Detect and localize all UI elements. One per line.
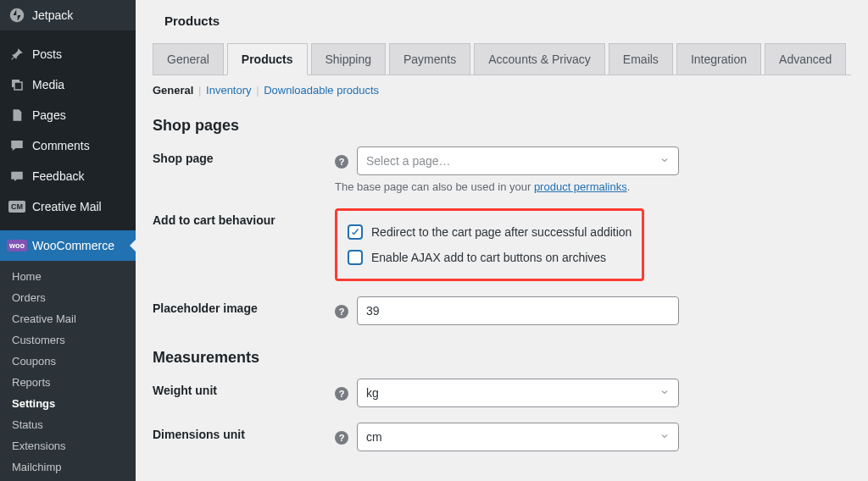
sidebar-item-label: Comments: [32, 139, 90, 152]
sidebar-item-label: Feedback: [32, 169, 84, 183]
add-to-cart-highlight: Redirect to the cart page after successf…: [335, 208, 644, 281]
main-content: Products General Products Shipping Payme…: [136, 0, 868, 481]
sidebar-item-pages[interactable]: Pages: [0, 100, 136, 130]
feedback-icon: [8, 168, 25, 185]
sidebar-item-label: Media: [32, 78, 64, 91]
sidebar-item-media[interactable]: Media: [0, 69, 136, 100]
add-to-cart-label: Add to cart behaviour: [153, 208, 335, 227]
sidebar-item-creative-mail[interactable]: CM Creative Mail: [0, 191, 136, 222]
shop-page-select[interactable]: Select a page…: [357, 147, 679, 175]
chevron-down-icon: [659, 386, 670, 400]
media-icon: [8, 76, 25, 93]
submenu-reports[interactable]: Reports: [0, 372, 136, 393]
tab-advanced[interactable]: Advanced: [765, 43, 846, 75]
submenu-creative-mail[interactable]: Creative Mail: [0, 308, 136, 329]
subtab-downloadable[interactable]: Downloadable products: [264, 84, 379, 97]
section-measurements: Measurements: [153, 349, 851, 367]
tab-products[interactable]: Products: [227, 43, 308, 75]
settings-tabs: General Products Shipping Payments Accou…: [153, 43, 851, 75]
redirect-checkbox[interactable]: [348, 224, 363, 240]
woocommerce-icon: woo: [8, 237, 25, 254]
redirect-label: Redirect to the cart page after successf…: [371, 225, 632, 239]
tab-emails[interactable]: Emails: [609, 43, 673, 75]
chevron-down-icon: [659, 154, 670, 168]
subtab-general[interactable]: General: [153, 84, 193, 97]
product-permalinks-link[interactable]: product permalinks: [534, 180, 627, 193]
products-subtabs: General | Inventory | Downloadable produ…: [153, 75, 851, 112]
help-icon[interactable]: ?: [335, 155, 348, 169]
pin-icon: [8, 46, 25, 63]
help-icon[interactable]: ?: [335, 387, 348, 401]
submenu-settings[interactable]: Settings: [0, 393, 136, 414]
sidebar-item-label: Posts: [32, 47, 62, 61]
submenu-coupons[interactable]: Coupons: [0, 351, 136, 372]
comment-icon: [8, 137, 25, 154]
help-icon[interactable]: ?: [335, 305, 348, 318]
placeholder-image-label: Placeholder image: [153, 296, 335, 315]
tab-integration[interactable]: Integration: [676, 43, 761, 75]
subtab-inventory[interactable]: Inventory: [206, 84, 251, 97]
sidebar-item-posts[interactable]: Posts: [0, 39, 136, 69]
submenu-orders[interactable]: Orders: [0, 287, 136, 308]
ajax-label: Enable AJAX add to cart buttons on archi…: [371, 251, 606, 264]
pages-icon: [8, 107, 25, 124]
submenu-customers[interactable]: Customers: [0, 329, 136, 351]
ajax-checkbox[interactable]: [348, 250, 363, 265]
weight-unit-select[interactable]: kg: [357, 379, 679, 407]
tab-accounts[interactable]: Accounts & Privacy: [474, 43, 605, 75]
shop-page-hint: The base page can also be used in your p…: [335, 180, 851, 193]
sidebar-submenu: Home Orders Creative Mail Customers Coup…: [0, 261, 136, 481]
chevron-down-icon: [659, 430, 670, 444]
section-shop-pages: Shop pages: [153, 117, 851, 135]
sidebar-item-woocommerce[interactable]: woo WooCommerce: [0, 230, 136, 261]
dimensions-unit-label: Dimensions unit: [153, 423, 335, 441]
dimensions-unit-select[interactable]: cm: [357, 423, 679, 451]
sidebar-item-feedback[interactable]: Feedback: [0, 161, 136, 191]
submenu-home[interactable]: Home: [0, 266, 136, 287]
help-icon[interactable]: ?: [335, 431, 348, 445]
placeholder-image-input[interactable]: 39: [357, 296, 679, 325]
submenu-status[interactable]: Status: [0, 414, 136, 435]
shop-page-label: Shop page: [153, 147, 335, 165]
admin-sidebar: Jetpack Posts Media Pages Comments: [0, 0, 136, 481]
sidebar-item-comments[interactable]: Comments: [0, 130, 136, 161]
jetpack-icon: [8, 7, 25, 24]
sidebar-item-label: Pages: [32, 108, 66, 122]
tab-general[interactable]: General: [153, 43, 224, 75]
weight-unit-label: Weight unit: [153, 379, 335, 397]
page-title: Products: [153, 8, 851, 43]
sidebar-item-jetpack[interactable]: Jetpack: [0, 0, 136, 30]
tab-payments[interactable]: Payments: [389, 43, 470, 75]
sidebar-item-label: Jetpack: [32, 8, 73, 22]
sidebar-item-label: WooCommerce: [32, 239, 114, 252]
svg-point-0: [10, 8, 25, 23]
shop-page-placeholder: Select a page…: [366, 154, 451, 168]
creative-mail-icon: CM: [8, 198, 25, 215]
sidebar-item-label: Creative Mail: [32, 200, 102, 213]
tab-shipping[interactable]: Shipping: [311, 43, 387, 75]
submenu-mailchimp[interactable]: Mailchimp: [0, 456, 136, 478]
submenu-extensions[interactable]: Extensions: [0, 435, 136, 456]
